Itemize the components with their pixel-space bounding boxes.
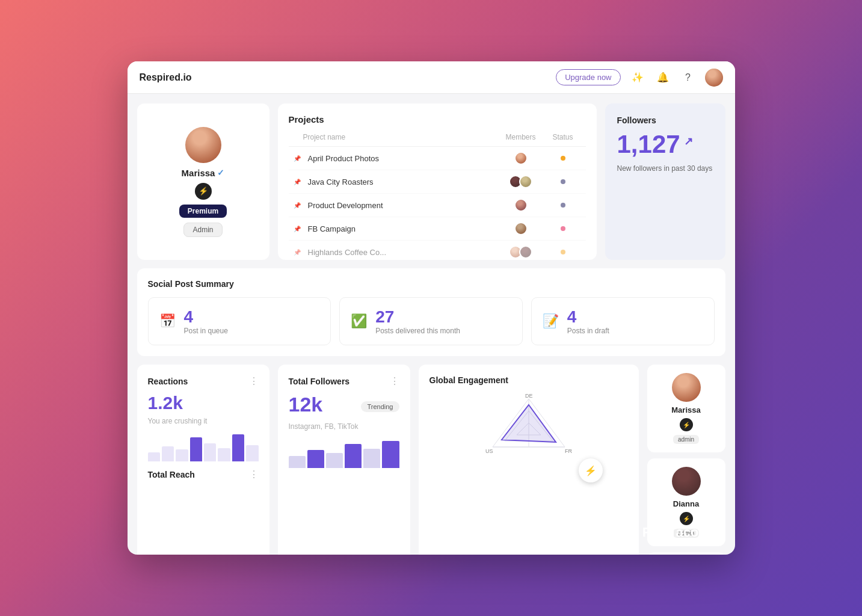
delivered-label: Posts delivered this month (375, 327, 460, 335)
summary-draft: 📝 4 Posts in draft (531, 297, 715, 345)
person-admin-badge-marissa: admin (673, 435, 699, 444)
col-members: Members (497, 133, 545, 141)
draft-icon: 📝 (543, 313, 559, 329)
table-row[interactable]: 📌 FB Campaign (289, 217, 586, 241)
project-name: FB Campaign (308, 224, 497, 233)
projects-title: Projects (289, 114, 586, 125)
svg-text:FR: FR (565, 448, 572, 454)
profile-avatar (185, 127, 221, 163)
trending-badge: Trending (361, 401, 399, 412)
logo: Respired.io (140, 72, 192, 83)
total-reach-header: Total Reach ⋮ (148, 469, 259, 480)
person-name-marissa: Marissa (671, 405, 700, 414)
table-row[interactable]: 📌 April Product Photos (289, 147, 586, 170)
projects-table-header: Project name Members Status (289, 133, 586, 147)
project-status (545, 250, 581, 254)
project-name: April Product Photos (308, 154, 497, 163)
total-followers-value: 12k (289, 393, 323, 416)
queue-num: 4 (184, 307, 228, 327)
followers-chart (289, 438, 399, 468)
followers-title: Followers (617, 116, 713, 125)
platforms-text: Instagram, FB, TikTok (289, 422, 399, 431)
reactions-chart (148, 431, 259, 461)
calendar-icon: 📅 (159, 313, 176, 329)
reactions-subtitle: You are crushing it (148, 417, 259, 425)
radar-chart: DE FR US (429, 390, 628, 468)
person-card-marissa: Marissa ⚡ admin (647, 365, 725, 452)
person-avatar-marissa (672, 373, 701, 402)
profile-name: Marissa ✓ (182, 168, 225, 178)
svg-marker-6 (502, 405, 556, 442)
svg-text:DE: DE (525, 393, 533, 399)
project-members (497, 245, 545, 259)
row-pin-icon: 📌 (294, 226, 303, 232)
project-status (545, 179, 581, 184)
upgrade-button[interactable]: Upgrade now (556, 69, 620, 85)
summary-delivered: ✅ 27 Posts delivered this month (339, 297, 523, 345)
project-name: Highlands Coffee Co... (308, 248, 497, 257)
projects-card: Projects Project name Members Status 📌 A… (278, 103, 597, 260)
project-members (497, 222, 545, 235)
project-members (497, 199, 545, 212)
magic-icon[interactable]: ✨ (629, 69, 646, 86)
main-content: Marissa ✓ ⚡ Premium Admin Projects Proje… (128, 94, 735, 555)
top-row: Marissa ✓ ⚡ Premium Admin Projects Proje… (137, 103, 725, 260)
reactions-value: 1.2k (148, 393, 259, 413)
row-pin-icon: 📌 (294, 202, 303, 209)
bottom-row: Reactions ⋮ 1.2k You are crushing it (137, 365, 725, 555)
followers-count: 1,127 ↗ (617, 130, 713, 159)
row-pin-icon: 📌 (294, 179, 303, 185)
total-followers-more-icon[interactable]: ⋮ (390, 375, 399, 387)
project-members (497, 175, 545, 188)
fivetaco-brand: FiveTaco (642, 525, 699, 540)
lightning-fab-icon[interactable]: ⚡ (579, 458, 603, 482)
help-icon[interactable]: ? (680, 69, 697, 86)
social-summary-card: Social Post Summary 📅 4 Post in queue ✅ … (137, 268, 725, 356)
admin-badge: Admin (183, 223, 222, 237)
total-reach-title: Total Reach (148, 470, 195, 479)
person-lightning-icon-marissa: ⚡ (680, 418, 693, 431)
total-followers-title: Total Followers (289, 377, 350, 386)
queue-label: Post in queue (184, 327, 228, 335)
project-status (545, 226, 581, 231)
header-actions: Upgrade now ✨ 🔔 ? (556, 69, 722, 87)
col-status: Status (545, 133, 581, 141)
float-lightning-button[interactable]: ⚡ (579, 458, 603, 482)
reactions-header: Reactions ⋮ (148, 375, 259, 387)
project-name: Product Development (308, 201, 497, 210)
reactions-card: Reactions ⋮ 1.2k You are crushing it (137, 365, 269, 555)
project-status (545, 203, 581, 208)
trend-up-icon: ↗ (684, 135, 693, 148)
header: Respired.io Upgrade now ✨ 🔔 ? (128, 61, 735, 94)
profile-name-text: Marissa (182, 168, 215, 178)
followers-number: 1,127 (617, 130, 680, 159)
svg-text:US: US (485, 448, 493, 454)
person-avatar-dianna (672, 467, 701, 496)
summary-queue: 📅 4 Post in queue (148, 297, 331, 345)
total-reach-more-icon[interactable]: ⋮ (249, 469, 259, 480)
person-lightning-icon-dianna: ⚡ (680, 512, 693, 525)
engagement-title: Global Engagement (429, 375, 628, 385)
summary-items: 📅 4 Post in queue ✅ 27 Posts delivered t… (148, 297, 715, 345)
main-window: Respired.io Upgrade now ✨ 🔔 ? (128, 61, 735, 555)
followers-card: Followers 1,127 ↗ New followers in past … (605, 103, 725, 260)
table-row[interactable]: 📌 Product Development (289, 194, 586, 217)
delivered-num: 27 (375, 307, 460, 327)
checkmark-icon: ✅ (351, 313, 367, 329)
reactions-more-icon[interactable]: ⋮ (249, 375, 259, 387)
total-followers-header: Total Followers ⋮ (289, 375, 399, 387)
row-pin-icon: 📌 (294, 155, 303, 162)
table-row[interactable]: 📌 Highlands Coffee Co... (289, 241, 586, 260)
verified-icon: ✓ (217, 168, 224, 177)
global-engagement-card: Global Engagement (419, 365, 639, 555)
bell-icon[interactable]: 🔔 (654, 69, 671, 86)
reactions-title: Reactions (148, 377, 188, 386)
draft-num: 4 (567, 307, 609, 327)
summary-title: Social Post Summary (148, 279, 715, 289)
row-pin-icon: 📌 (294, 249, 303, 256)
table-row[interactable]: 📌 Java City Roasters (289, 170, 586, 194)
project-status (545, 156, 581, 161)
project-name: Java City Roasters (308, 177, 497, 186)
project-members (497, 152, 545, 165)
user-avatar-header[interactable] (705, 69, 723, 87)
